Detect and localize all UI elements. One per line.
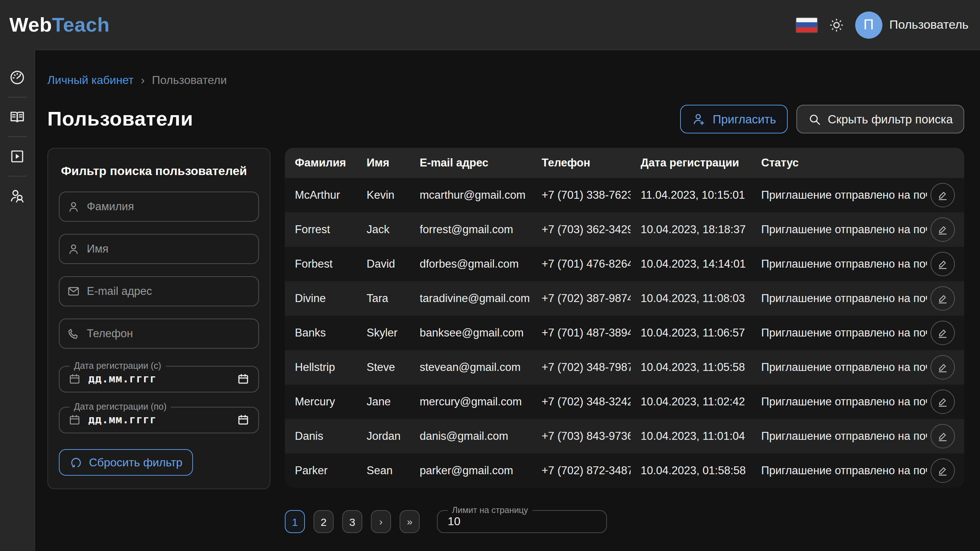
pencil-icon	[936, 326, 949, 339]
edit-user-button[interactable]	[931, 321, 955, 345]
edit-user-button[interactable]	[931, 424, 955, 448]
next-page-button[interactable]: ›	[371, 510, 391, 533]
cell-edit	[927, 286, 964, 311]
cell-firstname: Jordan	[356, 430, 410, 443]
cell-firstname: Tara	[356, 292, 410, 305]
user-menu[interactable]: П Пользователь	[855, 11, 969, 38]
theme-toggle-button[interactable]	[828, 17, 844, 33]
russia-flag-icon	[796, 18, 817, 22]
page-actions: Пригласить Скрыть фильтр поиска	[681, 105, 964, 134]
cell-date: 10.04.2023, 11:06:57	[631, 326, 751, 339]
firstname-input[interactable]	[59, 234, 259, 264]
edit-user-button[interactable]	[931, 183, 955, 207]
breadcrumb: Личный кабинет › Пользователи	[47, 74, 964, 87]
date-to-input[interactable]: дд.мм.гггг	[68, 413, 250, 426]
table-body: McArthur Kevin mcarthur@gmail.com +7 (70…	[285, 178, 964, 488]
cell-date: 10.04.2023, 11:08:03	[631, 292, 751, 305]
col-email: E-mail адрес	[410, 156, 531, 169]
col-status: Статус	[751, 156, 927, 169]
cell-firstname: Kevin	[356, 189, 410, 202]
person-icon	[67, 242, 80, 256]
filter-title: Фильтр поиска пользователей	[61, 164, 259, 178]
calendar-picker-icon[interactable]	[237, 413, 250, 426]
table-row: McArthur Kevin mcarthur@gmail.com +7 (70…	[285, 178, 964, 212]
invite-button[interactable]: Пригласить	[681, 105, 788, 134]
cell-email: danis@gmail.com	[410, 430, 531, 443]
reset-filter-button[interactable]: Сбросить фильтр	[59, 449, 193, 476]
filter-field-lastname	[59, 191, 259, 222]
language-flag-button[interactable]	[795, 17, 818, 33]
header-right: П Пользователь	[795, 11, 969, 38]
table-header: Фамилия Имя E-mail адрес Телефон Дата ре…	[285, 148, 964, 178]
page-button-3[interactable]: 3	[342, 510, 362, 533]
cell-edit	[927, 183, 964, 207]
cell-firstname: Jane	[356, 395, 410, 408]
cell-email: mercury@gmail.com	[410, 395, 531, 408]
table-row: Forbest David dforbes@gmail.com +7 (701)…	[285, 247, 964, 281]
page-head: Пользователи Пригласить Скрыть фильтр по…	[47, 105, 964, 134]
cell-phone: +7 (702) 872-3487	[531, 464, 631, 477]
sidebar-item-users[interactable]	[0, 185, 35, 207]
sidebar-item-video[interactable]	[0, 146, 35, 167]
cell-phone: +7 (702) 348-7987	[531, 361, 631, 374]
cell-email: parker@gmail.com	[410, 464, 531, 477]
book-icon	[9, 108, 26, 126]
edit-user-button[interactable]	[931, 459, 955, 483]
edit-user-button[interactable]	[931, 252, 955, 276]
page-limit-input[interactable]: 10	[448, 515, 596, 528]
breadcrumb-current: Пользователи	[152, 74, 227, 87]
cell-edit	[927, 321, 964, 345]
person-plus-icon	[692, 112, 706, 126]
cell-lastname: Hellstrip	[285, 361, 356, 374]
lastname-input[interactable]	[59, 191, 259, 222]
table-row: Parker Sean parker@gmail.com +7 (702) 87…	[285, 454, 964, 488]
cell-phone: +7 (701) 476-8264	[531, 258, 631, 271]
page-button-2[interactable]: 2	[313, 510, 334, 533]
email-input[interactable]	[59, 276, 259, 306]
page-limit-field: Лимит на страницу 10	[437, 505, 607, 533]
cell-status: Приглашение отправлено на почту	[751, 395, 927, 408]
breadcrumb-link-dashboard[interactable]: Личный кабинет	[47, 74, 134, 87]
cell-email: stevean@gmail.com	[410, 361, 531, 374]
sidebar-item-courses[interactable]	[0, 106, 35, 128]
pagination: 1 2 3 › » Лимит на страницу 10	[285, 505, 964, 533]
cell-email: dforbes@gmail.com	[410, 258, 531, 271]
pencil-icon	[936, 395, 949, 408]
cell-edit	[927, 355, 964, 379]
cell-date: 10.04.2023, 11:01:04	[631, 430, 751, 443]
phone-input[interactable]	[59, 318, 259, 349]
logo-teach: Teach	[52, 13, 110, 35]
cell-date: 10.04.2023, 18:18:37	[631, 223, 751, 236]
date-from-label: Дата регистрации (с)	[70, 361, 165, 371]
filter-panel: Фильтр поиска пользователей	[47, 148, 270, 489]
edit-user-button[interactable]	[931, 217, 955, 242]
table-row: Hellstrip Steve stevean@gmail.com +7 (70…	[285, 350, 964, 385]
toggle-filter-button[interactable]: Скрыть фильтр поиска	[796, 105, 964, 134]
invite-button-label: Пригласить	[713, 112, 776, 126]
page-title: Пользователи	[47, 108, 193, 131]
sidebar-divider	[8, 176, 27, 177]
sidebar-item-dashboard[interactable]	[0, 67, 35, 88]
date-from-input[interactable]: дд.мм.гггг	[68, 373, 250, 385]
cell-lastname: McArthur	[285, 189, 356, 202]
breadcrumb-separator: ›	[141, 74, 145, 87]
cell-phone: +7 (702) 348-3242	[531, 395, 631, 408]
sun-icon	[828, 17, 844, 33]
page-button-1[interactable]: 1	[285, 510, 305, 533]
edit-user-button[interactable]	[931, 390, 955, 414]
app-header: WebTeach П Пользова	[0, 0, 980, 49]
search-icon	[807, 112, 821, 126]
avatar: П	[855, 11, 882, 38]
user-name-label: Пользователь	[889, 18, 969, 32]
calendar-icon	[68, 373, 81, 385]
last-page-button[interactable]: »	[399, 510, 420, 533]
cell-date: 10.04.2023, 11:02:42	[631, 395, 751, 408]
cell-firstname: Skyler	[356, 326, 410, 339]
cell-edit	[927, 424, 964, 448]
edit-user-button[interactable]	[931, 286, 955, 311]
calendar-picker-icon[interactable]	[237, 373, 250, 385]
cell-email: forrest@gmail.com	[410, 223, 531, 236]
edit-user-button[interactable]	[931, 355, 955, 379]
table-row: Divine Tara taradivine@gmail.com +7 (702…	[285, 281, 964, 316]
col-date: Дата регистрации	[631, 156, 751, 169]
